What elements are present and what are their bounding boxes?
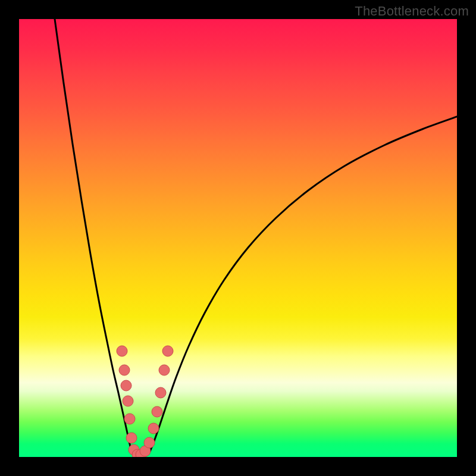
data-point-marker xyxy=(152,406,162,417)
data-point-marker xyxy=(124,414,135,424)
data-point-marker xyxy=(159,365,170,375)
data-point-marker xyxy=(121,380,131,391)
chart-frame: TheBottleneck.com xyxy=(0,0,476,476)
data-point-marker xyxy=(155,387,166,398)
bottleneck-curve-svg xyxy=(19,19,457,457)
data-point-marker xyxy=(148,423,159,434)
plot-area xyxy=(19,19,457,457)
data-point-marker xyxy=(126,433,137,443)
watermark-text: TheBottleneck.com xyxy=(355,4,469,19)
data-point-marker xyxy=(162,346,173,356)
data-point-marker xyxy=(123,396,133,406)
curve-path xyxy=(55,19,457,456)
data-point-marker xyxy=(119,365,130,375)
data-point-marker xyxy=(144,437,155,448)
data-markers xyxy=(117,346,173,457)
data-point-marker xyxy=(117,346,127,356)
